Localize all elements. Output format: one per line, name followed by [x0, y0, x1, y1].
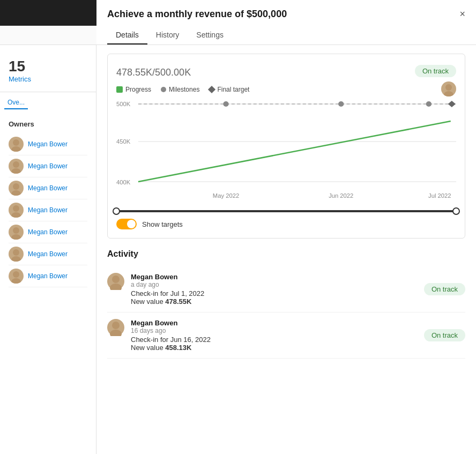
activity-value: New value 458.13K [131, 344, 418, 352]
activity-item: Megan Bowen a day ago Check-in for Jul 1… [107, 266, 465, 312]
activity-value: New value 478.55K [131, 297, 418, 306]
svg-point-27 [223, 101, 228, 107]
owner-row[interactable]: Megan Bower [9, 177, 87, 199]
modal-header: Achieve a monthly revenue of $500,000 × … [96, 0, 476, 45]
activity-badge: On track [424, 283, 465, 295]
owner-row[interactable]: Megan Bower [9, 221, 87, 243]
svg-text:May 2022: May 2022 [213, 192, 239, 199]
tab-history[interactable]: History [147, 26, 188, 44]
toggle-knob [127, 220, 136, 228]
chart-user-avatar [441, 81, 456, 96]
svg-point-15 [13, 271, 19, 278]
owner-avatar [9, 137, 24, 152]
svg-point-34 [110, 284, 122, 290]
activity-checkin: Check-in for Jul 1, 2022 [131, 289, 418, 297]
activity-user-name: Megan Bowen [131, 273, 418, 281]
modal-tabs: Details History Settings [107, 26, 465, 44]
svg-point-18 [444, 91, 453, 96]
current-value: 478.55K [116, 67, 152, 78]
svg-text:450K: 450K [116, 138, 131, 145]
activity-checkin: Check-in for Jun 16, 2022 [131, 336, 418, 344]
modal-content: 478.55K/500.00K On track Progress [96, 45, 476, 454]
owner-name: Megan Bower [28, 184, 68, 192]
activity-badge: On track [424, 329, 465, 341]
owners-title: Owners [9, 120, 87, 128]
owner-name: Megan Bower [28, 250, 68, 258]
legend-progress: Progress [116, 86, 151, 93]
owner-avatar [9, 225, 24, 240]
chart-svg: 500K 450K 400K [116, 99, 456, 206]
owner-name: Megan Bower [28, 228, 68, 236]
owner-avatar [9, 247, 24, 262]
activity-avatar [107, 319, 124, 336]
activity-item: Megan Bowen 16 days ago Check-in for Jun… [107, 312, 465, 359]
svg-point-3 [13, 139, 19, 146]
range-slider-row [116, 210, 456, 212]
tab-settings[interactable]: Settings [188, 26, 232, 44]
svg-text:Jun 2022: Jun 2022 [329, 192, 353, 199]
metrics-summary: 15 Metrics [0, 54, 96, 92]
range-slider[interactable] [116, 210, 456, 212]
svg-point-13 [13, 249, 19, 256]
owner-row[interactable]: Megan Bower [9, 199, 87, 221]
svg-text:400K: 400K [116, 179, 131, 185]
chart-area: 500K 450K 400K [116, 99, 456, 206]
main-layout: 15 Metrics Ove... Owners Megan Bower Meg… [0, 45, 476, 454]
svg-point-4 [11, 146, 21, 152]
svg-point-9 [13, 205, 19, 212]
activity-title: Activity [107, 249, 465, 259]
svg-marker-26 [448, 101, 456, 107]
svg-point-8 [11, 190, 21, 196]
svg-point-6 [11, 168, 21, 174]
show-targets-label: Show targets [142, 220, 183, 228]
range-handle-right[interactable] [452, 207, 460, 215]
activity-section: Activity Megan Bowen a day ago Check-in … [107, 249, 465, 359]
activity-user-name: Megan Bowen [131, 319, 418, 327]
legend-progress-icon [116, 86, 123, 93]
legend-final-target-label: Final target [217, 86, 249, 93]
chart-legend: Progress Milestones Final target [116, 86, 456, 93]
metrics-count: 15 [9, 58, 87, 75]
target-value: 500.00K [155, 67, 191, 78]
owner-row[interactable]: Megan Bower [9, 265, 87, 287]
legend-progress-label: Progress [125, 86, 151, 93]
metrics-label: Metrics [9, 75, 87, 83]
svg-point-16 [11, 278, 21, 284]
show-targets-toggle[interactable] [116, 219, 137, 229]
owners-section: Owners Megan Bower Megan Bower Megan Bow… [0, 116, 96, 292]
svg-text:500K: 500K [116, 101, 131, 107]
svg-point-10 [11, 212, 21, 218]
range-handle-left[interactable] [113, 207, 120, 215]
svg-point-12 [11, 234, 21, 240]
owner-name: Megan Bower [28, 140, 68, 148]
legend-milestones-label: Milestones [169, 86, 199, 93]
legend-milestones: Milestones [161, 86, 199, 93]
owner-name: Megan Bower [28, 272, 68, 280]
svg-point-11 [13, 227, 19, 234]
svg-text:Jul 2022: Jul 2022 [428, 192, 451, 199]
activity-body: Megan Bowen 16 days ago Check-in for Jun… [131, 319, 418, 352]
left-panel: 15 Metrics Ove... Owners Megan Bower Meg… [0, 45, 96, 454]
current-value-display: 478.55K/500.00K [116, 63, 191, 79]
svg-point-35 [112, 322, 120, 329]
legend-final-target: Final target [209, 86, 249, 93]
svg-point-5 [13, 161, 19, 168]
owner-row[interactable]: Megan Bower [9, 243, 87, 265]
svg-point-28 [338, 101, 344, 107]
modal-panel: Achieve a monthly revenue of $500,000 × … [96, 0, 476, 454]
tab-details[interactable]: Details [107, 26, 147, 44]
tab-overview[interactable]: Ove... [4, 96, 28, 109]
owner-row[interactable]: Megan Bower [9, 133, 87, 155]
on-track-badge: On track [415, 65, 456, 77]
activity-time: 16 days ago [131, 327, 418, 334]
left-panel-tabs: Ove... [0, 96, 96, 109]
owner-row[interactable]: Megan Bower [9, 155, 87, 177]
owner-avatar [9, 269, 24, 284]
owner-name: Megan Bower [28, 162, 68, 170]
activity-avatar [107, 273, 124, 290]
svg-point-14 [11, 256, 21, 262]
owner-avatar [9, 181, 24, 196]
close-button[interactable]: × [459, 9, 465, 20]
owner-avatar [9, 159, 24, 174]
svg-point-29 [426, 101, 432, 107]
